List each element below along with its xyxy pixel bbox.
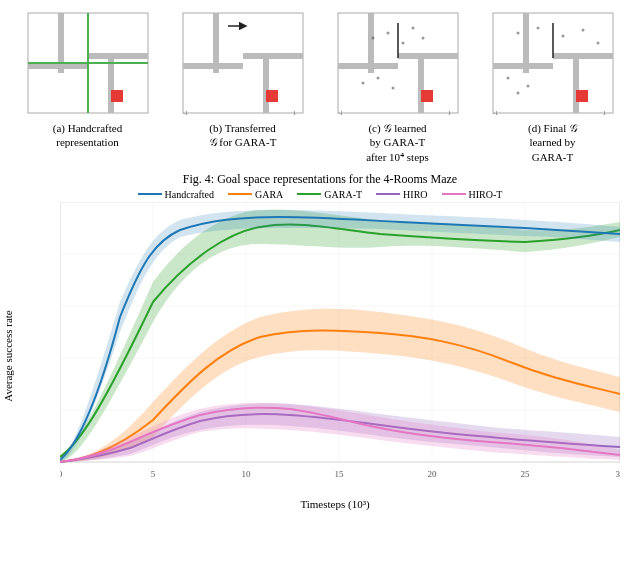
svg-rect-7 (111, 90, 123, 102)
svg-rect-20 (418, 53, 424, 113)
legend-gara-t: GARA-T (297, 189, 362, 200)
svg-rect-10 (183, 63, 243, 69)
svg-rect-33 (421, 90, 433, 102)
svg-text:5: 5 (151, 469, 156, 479)
svg-point-46 (516, 92, 519, 95)
svg-rect-38 (553, 53, 613, 59)
svg-text:15: 15 (335, 469, 345, 479)
chart-section: Average success rate 0.0 0.2 0.4 0.6 0.8… (0, 202, 640, 510)
svg-rect-4 (88, 53, 148, 59)
svg-point-26 (421, 37, 424, 40)
legend-label-gara-t: GARA-T (324, 189, 362, 200)
svg-text:-1: -1 (183, 110, 188, 116)
svg-point-27 (376, 77, 379, 80)
svg-point-28 (391, 87, 394, 90)
svg-text:10: 10 (242, 469, 252, 479)
svg-point-24 (401, 42, 404, 45)
y-axis-label: Average success rate (2, 310, 14, 401)
svg-rect-11 (263, 53, 269, 113)
legend-label-gara: GARA (255, 189, 283, 200)
maze-c-caption: (c) 𝒢 learned by GARA-T after 10⁴ steps (366, 121, 429, 164)
svg-rect-16 (266, 90, 278, 102)
legend: Handcrafted GARA GARA-T HIRO HIRO-T (0, 189, 640, 200)
svg-point-45 (526, 85, 529, 88)
svg-text:0: 0 (60, 469, 63, 479)
legend-line-gara (228, 193, 252, 195)
svg-text:1: 1 (293, 110, 296, 116)
svg-rect-12 (243, 53, 303, 59)
maze-a-caption: (a) Handcrafted representation (53, 121, 122, 150)
legend-hiro: HIRO (376, 189, 427, 200)
svg-rect-37 (573, 53, 579, 113)
svg-point-44 (506, 77, 509, 80)
svg-text:25: 25 (521, 469, 531, 479)
svg-point-39 (516, 32, 519, 35)
svg-point-23 (386, 32, 389, 35)
main-chart: 0.0 0.2 0.4 0.6 0.8 1.0 0 5 10 15 20 25 … (60, 202, 620, 492)
svg-text:1: 1 (603, 110, 606, 116)
svg-point-40 (536, 27, 539, 30)
x-axis-label: Timesteps (10³) (60, 498, 610, 510)
svg-point-22 (371, 37, 374, 40)
svg-rect-19 (338, 63, 398, 69)
figure-caption: Fig. 4: Goal space representations for t… (0, 172, 640, 187)
svg-text:30: 30 (616, 469, 621, 479)
maze-b: -1 1 (b) Transferred 𝒢 for GARA-T (169, 8, 317, 150)
maze-c-image: -1 1 (333, 8, 463, 118)
svg-point-41 (561, 35, 564, 38)
maze-d-caption: (d) Final 𝒢 learned by GARA-T (528, 121, 577, 164)
legend-gara: GARA (228, 189, 283, 200)
maze-b-caption: (b) Transferred 𝒢 for GARA-T (209, 121, 277, 150)
maze-d-image: -1 1 (488, 8, 618, 118)
maze-b-image: -1 1 (178, 8, 308, 118)
svg-text:1: 1 (448, 110, 451, 116)
svg-text:-1: -1 (493, 110, 498, 116)
maze-d: -1 1 (d) Final 𝒢 learned by GARA-T (479, 8, 627, 164)
maze-a-image (23, 8, 153, 118)
svg-text:20: 20 (428, 469, 438, 479)
maze-section: (a) Handcrafted representation -1 1 (b) … (0, 0, 640, 168)
maze-c: -1 1 (c) 𝒢 learned by GARA-T after 10⁴ s… (324, 8, 472, 164)
legend-line-gara-t (297, 193, 321, 195)
maze-a: (a) Handcrafted representation (14, 8, 162, 150)
legend-line-hiro (376, 193, 400, 195)
legend-label-hiro-t: HIRO-T (469, 189, 503, 200)
legend-hiro-t: HIRO-T (442, 189, 503, 200)
legend-label-handcrafted: Handcrafted (165, 189, 214, 200)
svg-rect-36 (493, 63, 553, 69)
svg-point-42 (581, 29, 584, 32)
legend-label-hiro: HIRO (403, 189, 427, 200)
legend-line-handcrafted (138, 193, 162, 195)
svg-point-43 (596, 42, 599, 45)
svg-text:-1: -1 (338, 110, 343, 116)
svg-rect-50 (576, 90, 588, 102)
svg-rect-21 (398, 53, 458, 59)
svg-point-25 (411, 27, 414, 30)
svg-point-29 (361, 82, 364, 85)
legend-line-hiro-t (442, 193, 466, 195)
legend-handcrafted: Handcrafted (138, 189, 214, 200)
